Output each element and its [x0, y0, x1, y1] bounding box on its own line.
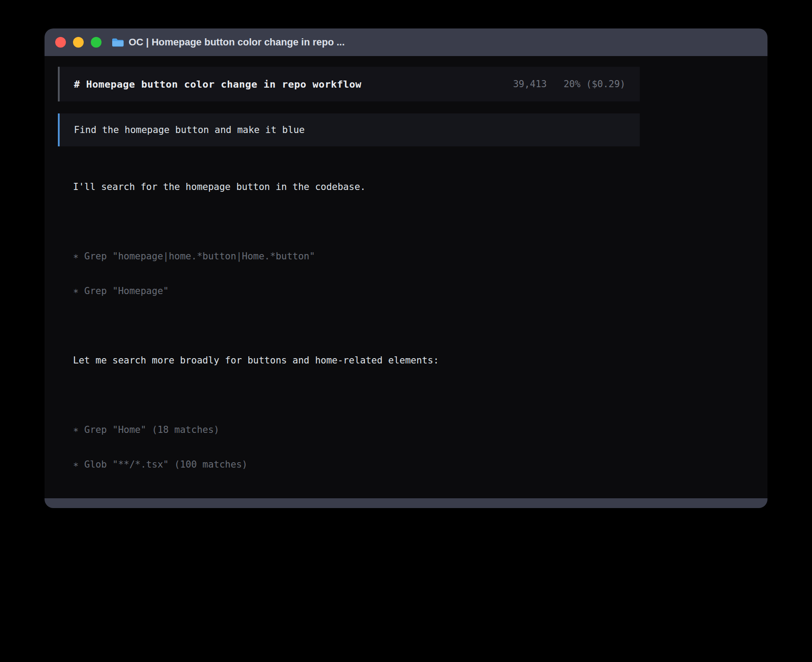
window-controls	[55, 37, 102, 48]
terminal-content: # Homepage button color change in repo w…	[45, 56, 767, 498]
tool-call-group: ∗ Grep "Home" (18 matches) ∗ Glob "**/*.…	[73, 401, 640, 493]
minimize-window-button[interactable]	[73, 37, 84, 48]
tool-call-line: ∗ Grep "Homepage"	[73, 285, 640, 297]
message-line: I'll search for the homepage button in t…	[73, 181, 640, 193]
folder-icon	[111, 37, 124, 48]
close-window-button[interactable]	[55, 37, 66, 48]
tool-call-line: ∗ Grep "homepage|home.*button|Home.*butt…	[73, 250, 640, 262]
tool-call-line: ∗ Grep "Home" (18 matches)	[73, 424, 640, 436]
tool-call-group: ∗ Grep "homepage|home.*button|Home.*butt…	[73, 227, 640, 320]
token-count: 39,413	[513, 79, 547, 89]
user-message-text: Find the homepage button and make it blu…	[74, 125, 304, 135]
session-stats: 39,413 20% ($0.29)	[513, 79, 625, 89]
assistant-text: Let me search more broadly for buttons a…	[73, 331, 640, 389]
window-titlebar[interactable]: OC | Homepage button color change in rep…	[45, 28, 767, 56]
assistant-text: I'll search for the homepage button in t…	[73, 158, 640, 216]
assistant-output: I'll search for the homepage button in t…	[58, 146, 640, 498]
context-usage: 20% ($0.29)	[564, 79, 625, 89]
window-title-group: OC | Homepage button color change in rep…	[111, 36, 345, 48]
tool-call-line: ∗ Glob "**/*.tsx" (100 matches)	[73, 459, 640, 470]
user-message-block: Find the homepage button and make it blu…	[58, 113, 640, 146]
session-header: # Homepage button color change in repo w…	[58, 67, 640, 101]
window-title: OC | Homepage button color change in rep…	[129, 36, 345, 48]
zoom-window-button[interactable]	[91, 37, 102, 48]
session-title: # Homepage button color change in repo w…	[74, 79, 361, 90]
session-column: # Homepage button color change in repo w…	[58, 67, 640, 498]
terminal-window: OC | Homepage button color change in rep…	[45, 28, 767, 508]
message-line: Let me search more broadly for buttons a…	[73, 355, 640, 366]
